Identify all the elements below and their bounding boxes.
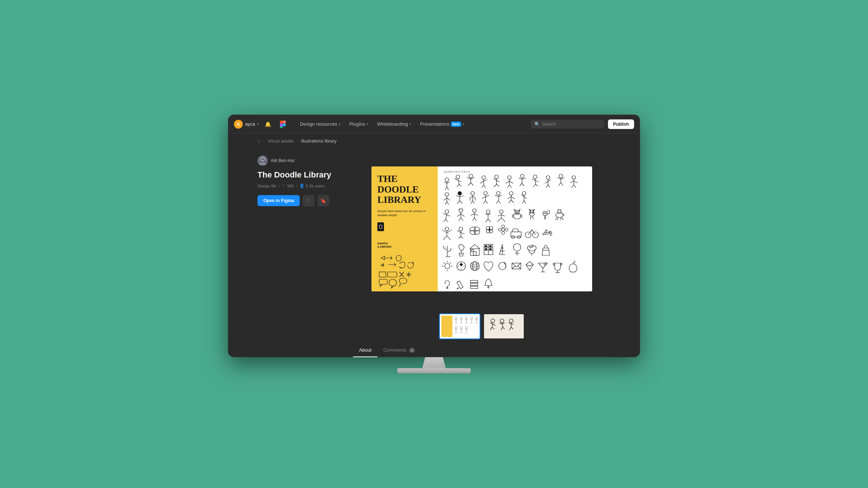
svg-point-228 bbox=[543, 211, 547, 216]
svg-line-304 bbox=[465, 329, 466, 330]
svg-rect-182 bbox=[485, 248, 487, 250]
open-in-figma-button[interactable]: Open in Figma bbox=[257, 195, 300, 206]
doodle-title-line3: LIBRARY bbox=[377, 195, 432, 205]
svg-line-122 bbox=[443, 214, 447, 215]
publish-button[interactable]: Publish bbox=[608, 119, 634, 129]
nav-design-resources-label: Design resources bbox=[300, 121, 337, 127]
svg-rect-2 bbox=[280, 123, 283, 126]
nav-links: Design resources ▾ Plugins ▾ Whiteboardi… bbox=[296, 119, 524, 129]
svg-line-102 bbox=[483, 201, 485, 204]
svg-line-112 bbox=[511, 197, 515, 199]
svg-rect-181 bbox=[490, 245, 491, 247]
svg-line-93 bbox=[473, 196, 475, 198]
nav-plugins[interactable]: Plugins ▾ bbox=[346, 119, 372, 129]
svg-rect-7 bbox=[379, 272, 386, 277]
svg-point-18 bbox=[456, 175, 460, 179]
svg-point-42 bbox=[508, 176, 511, 179]
stand-neck bbox=[419, 357, 449, 368]
svg-point-314 bbox=[500, 319, 504, 323]
svg-line-289 bbox=[477, 322, 478, 324]
like-button[interactable]: ♡ bbox=[303, 195, 314, 207]
svg-line-39 bbox=[497, 180, 499, 182]
right-content: THE DOODLE LIBRARY Simple hand drawn lin… bbox=[353, 148, 611, 357]
bookmark-button[interactable]: 🔖 bbox=[317, 195, 329, 207]
navbar: A ayca ▾ 🔔 Design resources ▾ bbox=[228, 115, 640, 134]
svg-point-132 bbox=[473, 209, 476, 212]
svg-point-215 bbox=[516, 212, 517, 212]
svg-line-119 bbox=[522, 201, 524, 204]
svg-line-298 bbox=[460, 329, 461, 330]
nav-presentations[interactable]: Presentations New ▾ bbox=[416, 119, 468, 129]
svg-point-60 bbox=[546, 176, 550, 179]
user-menu[interactable]: A ayca ▾ bbox=[234, 120, 259, 129]
svg-point-11 bbox=[399, 286, 399, 287]
nav-right: 🔍 Search Publish bbox=[531, 119, 634, 129]
breadcrumb-home-icon[interactable]: ⌂ bbox=[257, 138, 260, 144]
search-box[interactable]: 🔍 Search bbox=[531, 120, 604, 129]
svg-line-101 bbox=[485, 195, 489, 197]
svg-line-96 bbox=[471, 201, 473, 204]
svg-line-312 bbox=[490, 327, 492, 330]
svg-line-16 bbox=[445, 187, 447, 190]
svg-point-284 bbox=[476, 317, 478, 319]
svg-line-29 bbox=[471, 183, 473, 186]
nav-whiteboarding[interactable]: Whiteboarding ▾ bbox=[373, 119, 415, 129]
meta-type: Design file bbox=[257, 184, 276, 188]
nav-whiteboarding-label: Whiteboarding bbox=[377, 121, 408, 127]
svg-line-313 bbox=[492, 327, 494, 329]
svg-point-48 bbox=[520, 174, 524, 178]
svg-line-153 bbox=[461, 233, 465, 234]
svg-line-32 bbox=[480, 181, 484, 183]
svg-line-105 bbox=[495, 195, 498, 197]
svg-line-92 bbox=[470, 196, 473, 198]
svg-line-77 bbox=[574, 185, 576, 188]
svg-line-294 bbox=[455, 332, 456, 333]
svg-point-4 bbox=[283, 123, 286, 126]
tab-comments[interactable]: Comments 3 bbox=[377, 344, 421, 357]
breadcrumb-sep-2: › bbox=[296, 139, 298, 144]
svg-line-305 bbox=[466, 329, 468, 330]
svg-line-129 bbox=[461, 214, 465, 216]
nav-presentations-label: Presentations bbox=[420, 121, 449, 127]
thumbnail-2[interactable] bbox=[483, 313, 524, 339]
svg-line-128 bbox=[457, 214, 461, 216]
svg-line-75 bbox=[574, 181, 577, 183]
svg-line-103 bbox=[485, 201, 488, 204]
stand-base bbox=[397, 368, 471, 373]
svg-line-155 bbox=[461, 236, 463, 238]
svg-line-120 bbox=[524, 201, 526, 204]
svg-point-98 bbox=[484, 191, 487, 195]
author-name: Adi Ben-Hur bbox=[271, 158, 295, 163]
thumbnail-1[interactable] bbox=[439, 313, 480, 339]
svg-point-160 bbox=[474, 230, 476, 232]
nav-design-resources[interactable]: Design resources ▾ bbox=[296, 119, 344, 129]
svg-point-166 bbox=[502, 228, 505, 231]
svg-point-296 bbox=[460, 326, 462, 329]
tab-about[interactable]: About bbox=[353, 344, 377, 357]
left-panel: Adi Ben-Hur The Doodle Library Design fi… bbox=[257, 148, 338, 357]
svg-line-275 bbox=[466, 319, 468, 320]
svg-line-234 bbox=[558, 218, 558, 220]
svg-point-246 bbox=[513, 244, 521, 251]
search-icon: 🔍 bbox=[534, 122, 540, 127]
svg-line-19 bbox=[458, 179, 459, 184]
svg-line-315 bbox=[502, 323, 503, 327]
breadcrumb-sep-1: › bbox=[263, 139, 265, 144]
users-icon: 👤 bbox=[299, 183, 305, 188]
whiteboarding-chevron-icon: ▾ bbox=[409, 122, 411, 126]
svg-point-302 bbox=[465, 326, 467, 329]
svg-line-264 bbox=[455, 322, 456, 324]
svg-rect-237 bbox=[511, 232, 521, 237]
heart-icon: ♡ bbox=[306, 198, 311, 204]
notification-bell-icon[interactable]: 🔔 bbox=[265, 121, 271, 127]
svg-line-277 bbox=[466, 322, 467, 324]
svg-point-251 bbox=[530, 247, 531, 248]
breadcrumb-visual-assets[interactable]: Visual assets bbox=[268, 139, 294, 144]
svg-line-265 bbox=[456, 322, 457, 324]
svg-line-135 bbox=[474, 214, 478, 215]
preview-container: THE DOODLE LIBRARY Simple hand drawn lin… bbox=[353, 148, 611, 310]
svg-line-301 bbox=[461, 332, 462, 333]
preview-right-panel: SAMPLER PACK bbox=[438, 166, 592, 291]
svg-line-299 bbox=[461, 329, 463, 330]
svg-line-26 bbox=[467, 177, 471, 179]
